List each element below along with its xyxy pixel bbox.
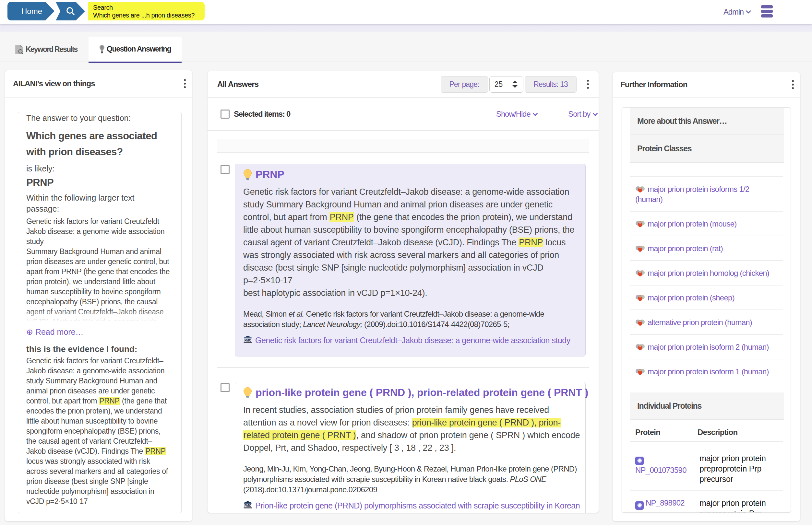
svg-text:PMC: PMC (245, 504, 251, 508)
svg-text:PMC: PMC (245, 339, 251, 342)
